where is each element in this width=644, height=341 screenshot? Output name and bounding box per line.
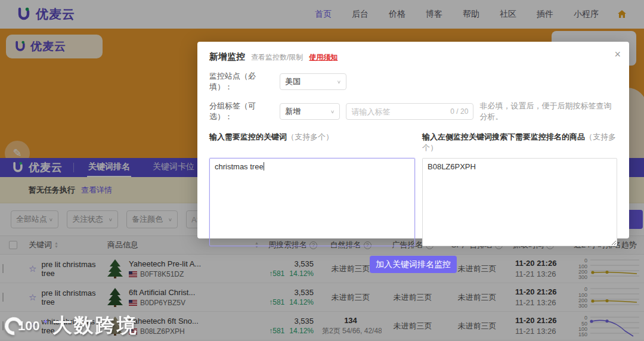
chevron-down-icon: ∨ [330,109,335,114]
page: 优麦云 首页 后台 价格 博客 帮助 社区 插件 小程序 达人招 寻找“爱分 [0,0,644,341]
star-icon: ✦ [42,317,49,326]
submit-monitor-button[interactable]: 加入关键词排名监控 [370,256,457,273]
tag-counter: 0 / 20 [450,107,468,116]
usage-notice-link[interactable]: 使用须知 [309,52,338,63]
watermark: 100 ✦ 大数跨境 [5,312,138,339]
monitor-limit-text: 查看监控数/限制 [251,52,303,63]
text-cursor [264,162,264,170]
close-icon[interactable]: × [614,49,621,60]
watermark-text: 大数跨境 [52,312,138,339]
tag-label: 分组标签（可选）： [209,101,274,122]
tag-input[interactable] [351,107,447,116]
site-label: 监控站点（必填）： [209,71,274,92]
products-area-label: 输入左侧监控关键词搜索下需要监控排名的商品（支持多个） [422,132,617,153]
chevron-down-icon: ∨ [337,79,341,85]
site-select-value: 美国 [285,76,301,87]
tag-input-wrap: 0 / 20 [346,103,473,120]
products-textarea[interactable]: B08LZ6PXPH [422,158,617,246]
tag-hint: 非必填，设置后，便于后期按标签查询分析。 [479,101,617,122]
add-monitor-modal: × 新增监控 查看监控数/限制 使用须知 监控站点（必填）： 美国 ∨ 分组标签… [197,42,629,238]
site-select[interactable]: 美国 ∨ [280,73,346,90]
keywords-textarea[interactable]: christmas tree [209,158,415,246]
tag-mode-value: 新增 [285,106,301,117]
keywords-area-label: 输入需要监控的关键词（支持多个） [209,132,422,153]
watermark-logo [1,313,26,338]
modal-title: 新增监控 [209,51,245,63]
tag-mode-select[interactable]: 新增 ∨ [280,103,340,120]
